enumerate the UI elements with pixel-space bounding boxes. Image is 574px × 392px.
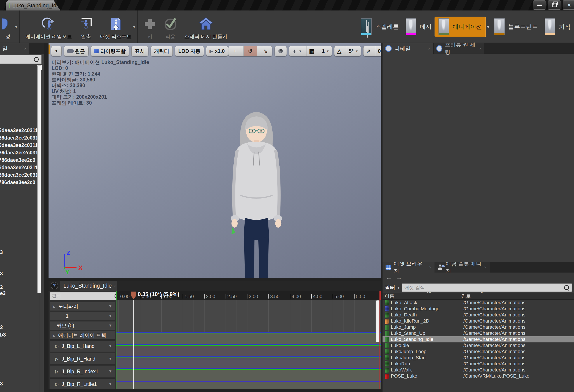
create-asset-button[interactable]: 성 ▼ — [2, 12, 17, 41]
key-button[interactable]: 키 — [140, 12, 160, 41]
track-group-notify[interactable]: ◣ 노티파이 ▼ — [50, 302, 115, 311]
rotation-snap-value-button[interactable]: 5° ▼ — [346, 46, 361, 56]
panel-divider[interactable] — [48, 278, 381, 281]
asset-id-list[interactable]: 5daea3ee2c0311 86daea3ee2c031 6daea3ee2c… — [0, 127, 38, 186]
column-path[interactable]: 경로 — [461, 293, 574, 299]
expand-triangle-icon[interactable]: ◣ — [53, 333, 56, 338]
table-row[interactable]: Luko_IdleRun_2D /Game/Character/Animatio… — [383, 318, 574, 324]
lane-scrollbar[interactable] — [376, 300, 379, 342]
left-panel-tab[interactable]: 일 × — [0, 43, 29, 54]
expand-triangle-icon[interactable]: ◣ — [53, 304, 56, 309]
track-bone-r-index1[interactable]: ▷ J_Bip_R_Index1 ▼ — [50, 366, 115, 377]
reimport-animation-button[interactable]: 애니메이션 리임포트 — [22, 12, 75, 41]
chevron-right-icon[interactable]: ▷ — [55, 369, 59, 374]
close-icon[interactable]: × — [429, 265, 431, 270]
left-panel-scrollbar[interactable] — [37, 66, 41, 293]
rotation-snap-toggle[interactable]: △ — [334, 46, 344, 56]
restore-button[interactable] — [548, 0, 561, 10]
chevron-down-icon[interactable]: ▼ — [108, 382, 112, 386]
table-row-selected[interactable]: Luko_Standing_Idle /Game/Character/Anima… — [383, 336, 574, 342]
help-icon[interactable]: ? — [51, 282, 58, 289]
chevron-down-icon[interactable]: ▼ — [486, 24, 491, 30]
close-icon[interactable]: × — [428, 46, 430, 51]
forward-button[interactable]: → — [396, 274, 402, 281]
scale-tool-button[interactable]: ↘ — [259, 46, 272, 56]
table-row[interactable]: LukoJump_Loop /Game/Character/Animations — [383, 349, 574, 355]
scale-snap-value-button[interactable]: 0.03125 ▼ — [375, 46, 381, 56]
close-icon[interactable]: × — [479, 46, 482, 51]
tab-preview-scene-settings[interactable]: 프리뷰 씬 세팅 × — [434, 43, 484, 54]
perspective-button[interactable]: 원근 — [64, 46, 88, 56]
table-row[interactable]: POSE_Luko /Game/VRM/Luko.POSE_Luko — [383, 373, 574, 379]
track-bone-r-little1[interactable]: ▷ J_Bip_R_Little1 ▼ — [50, 378, 115, 390]
chevron-down-icon[interactable]: ▼ — [108, 323, 112, 328]
timeline-tab[interactable]: Luko_Standing_Idle × — [60, 281, 117, 291]
grid-snap-toggle[interactable]: ▦ — [306, 46, 317, 56]
list-item[interactable]: 86daea3ee2c031 — [0, 171, 38, 179]
track-curves[interactable]: 커브 (0) ▼ — [50, 321, 115, 330]
list-item[interactable]: 86daea3ee2c031 — [0, 134, 38, 142]
list-item[interactable]: 6daea3ee2c0311 — [0, 142, 38, 149]
left-panel-search[interactable] — [0, 55, 41, 64]
character-button[interactable]: 캐릭터 — [151, 46, 173, 56]
lod-auto-button[interactable]: LOD 자동 — [175, 46, 204, 56]
back-button[interactable]: ← — [386, 274, 392, 281]
close-icon[interactable]: × — [484, 265, 487, 270]
chevron-down-icon[interactable]: ▼ — [108, 304, 112, 309]
asset-search-input[interactable] — [402, 285, 562, 290]
column-name[interactable]: 이름 — [383, 293, 461, 299]
mode-mesh[interactable]: 메시 — [402, 18, 435, 35]
playhead-line[interactable] — [133, 300, 134, 389]
track-group-additive-layers[interactable]: ◣ 애디티브 레이어 트랙 — [50, 331, 115, 340]
table-row[interactable]: LukoWalk /Game/Character/Animations — [383, 367, 574, 373]
mode-skeleton[interactable]: 스켈레톤 — [358, 18, 402, 35]
close-button[interactable]: × — [563, 0, 574, 10]
view-mode-button[interactable]: 라이팅포함 — [91, 46, 129, 56]
table-row[interactable]: LukoIdle /Game/Character/Animations — [383, 342, 574, 349]
tab-anim-slot-manager[interactable]: 애님 슬롯 매니저 × — [435, 262, 490, 273]
minimize-button[interactable] — [533, 0, 546, 10]
mode-animation[interactable]: 애니메이션 — [435, 17, 486, 37]
track-notify-1[interactable]: 1 ▼ — [50, 312, 115, 320]
chevron-down-icon[interactable]: ▼ — [14, 25, 18, 29]
close-icon[interactable]: × — [114, 283, 116, 288]
mode-physics[interactable]: 피직 — [541, 18, 574, 35]
chevron-down-icon[interactable]: ▼ — [132, 25, 136, 29]
track-bone-l-hand[interactable]: ▷ J_Bip_L_Hand ▼ — [50, 340, 115, 352]
coordinate-system-button[interactable] — [275, 46, 287, 56]
playhead-marker[interactable] — [131, 292, 136, 299]
playback-speed-button[interactable]: ▶ x1.0 — [206, 46, 228, 56]
list-item[interactable]: 5daea3ee2c0311 — [0, 127, 38, 134]
timeline-horizontal-scroll-area[interactable] — [48, 389, 381, 392]
chevron-down-icon[interactable]: ▼ — [108, 314, 112, 318]
table-row[interactable]: Luko_Jump /Game/Character/Animations — [383, 324, 574, 330]
track-filter-search[interactable] — [50, 292, 121, 300]
compress-button[interactable]: 압축 — [75, 12, 96, 41]
grid-snap-value-button[interactable]: 1 ▼ — [319, 46, 332, 56]
close-icon[interactable]: × — [24, 46, 27, 51]
table-row[interactable]: Luko_Death /Game/Character/Animations — [383, 312, 574, 318]
table-row[interactable]: LukoJump_Start /Game/Character/Animation… — [383, 355, 574, 361]
close-icon[interactable]: × — [63, 3, 66, 8]
rotate-tool-button[interactable]: ↺ — [244, 46, 257, 56]
list-item[interactable]: 786daea3ee2c0 — [0, 179, 38, 186]
left-panel-search-input[interactable] — [0, 57, 31, 62]
chevron-down-icon[interactable]: ▼ — [108, 357, 112, 361]
chevron-right-icon[interactable]: ▷ — [55, 356, 59, 361]
tab-asset-browser[interactable]: 애셋 브라우저 × — [383, 262, 434, 273]
viewport-options-button[interactable]: ▼ — [51, 46, 62, 56]
tab-details[interactable]: 디테일 × — [383, 43, 433, 54]
preview-viewport[interactable]: ▼ 원근 라이팅포함 표시 캐릭터 LOD 자동 ▶ x1.0 — [48, 43, 381, 278]
list-item[interactable]: 786daea3ee2c0 — [0, 156, 38, 164]
snap-axis-button[interactable]: ▼ — [289, 46, 304, 56]
table-row[interactable]: Luko_Attack /Game/Character/Animations — [383, 300, 574, 306]
chevron-down-icon[interactable]: ▼ — [108, 369, 112, 374]
character-model[interactable] — [217, 107, 296, 278]
filter-button[interactable]: 필터 — [385, 284, 395, 291]
chevron-down-icon[interactable]: ▼ — [397, 286, 400, 290]
table-row[interactable]: Luko_Stand_Up /Game/Character/Animations — [383, 330, 574, 336]
panel-divider[interactable] — [44, 43, 48, 392]
list-item[interactable]: 86daea3ee2c031 — [0, 149, 38, 156]
chevron-down-icon[interactable]: ▼ — [108, 344, 112, 348]
export-asset-button[interactable]: 애셋 익스포트 ▼ — [96, 12, 135, 41]
